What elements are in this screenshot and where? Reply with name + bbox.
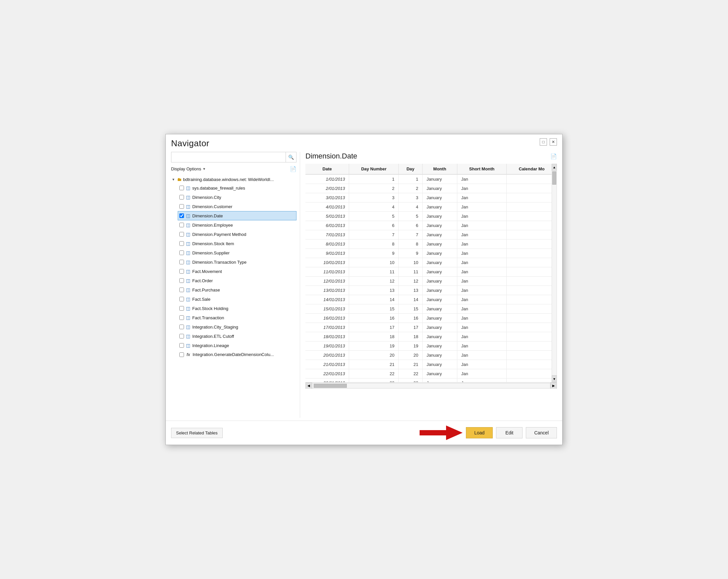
table-cell [506, 258, 557, 267]
table-cell: 10 [398, 258, 422, 267]
tree-root-label: bdtraining.database.windows.net: WideWor… [183, 177, 274, 182]
checkbox-dim-date[interactable] [179, 213, 184, 218]
tree-item-int-etl[interactable]: ◫ Integration.ETL Cutoff [178, 332, 296, 341]
tree-root[interactable]: ▼ 🖿 bdtraining.database.windows.net: Wid… [171, 175, 296, 183]
horizontal-scrollbar[interactable]: ◀ ▶ [306, 382, 557, 389]
checkbox-dim-employee[interactable] [179, 223, 184, 227]
tree-container: ▼ 🖿 bdtraining.database.windows.net: Wid… [171, 175, 296, 418]
checkbox-int-etl[interactable] [179, 334, 184, 339]
tree-item-dim-transaction[interactable]: ◫ Dimension.Transaction Type [178, 257, 296, 267]
table-cell: 14/01/2013 [306, 295, 349, 305]
tree-item-fact-sale[interactable]: ◫ Fact.Sale [178, 294, 296, 304]
tree-item-dim-employee[interactable]: ◫ Dimension.Employee [178, 220, 296, 230]
select-related-tables-button[interactable]: Select Related Tables [171, 428, 223, 438]
function-icon: fx [186, 352, 190, 357]
bottom-bar: Select Related Tables Load Edit Cancel [166, 421, 562, 445]
table-cell: 17 [398, 323, 422, 332]
table-cell: January [422, 240, 457, 249]
tree-item-dim-stock[interactable]: ◫ Dimension.Stock Item [178, 239, 296, 248]
checkbox-int-city[interactable] [179, 324, 184, 329]
checkbox-fact-purchase[interactable] [179, 288, 184, 292]
table-row: 20/01/20132020JanuaryJan [306, 351, 557, 360]
table-cell: 20 [349, 351, 399, 360]
tree-item-fact-transaction[interactable]: ◫ Fact.Transaction [178, 313, 296, 322]
table-row: 22/01/20132222JanuaryJan [306, 369, 557, 378]
checkbox-fact-stock[interactable] [179, 306, 184, 311]
tree-item-int-lineage[interactable]: ◫ Integration.Lineage [178, 341, 296, 350]
table-cell: 9/01/2013 [306, 249, 349, 258]
table-cell [506, 314, 557, 323]
scroll-down-button[interactable]: ▼ [552, 375, 557, 382]
checkbox-dim-stock[interactable] [179, 241, 184, 246]
scroll-left-button[interactable]: ◀ [306, 383, 312, 389]
display-options-button[interactable]: Display Options ▼ [171, 166, 206, 172]
checkbox-dim-transaction[interactable] [179, 260, 184, 264]
tree-item-dim-date[interactable]: ◫ Dimension.Date [178, 211, 296, 220]
checkbox-fact-transaction[interactable] [179, 315, 184, 320]
tree-item-fact-purchase[interactable]: ◫ Fact.Purchase [178, 285, 296, 294]
scroll-thumb-y[interactable] [552, 172, 556, 185]
tree-item-int-city[interactable]: ◫ Integration.City_Staging [178, 322, 296, 332]
scroll-thumb-x[interactable] [314, 384, 347, 388]
table-cell: Jan [457, 351, 506, 360]
table-cell: 18 [349, 332, 399, 341]
table-cell: January [422, 193, 457, 203]
header-row: Date Day Number Day Month Short Month Ca… [306, 164, 557, 174]
scroll-track-y[interactable] [552, 170, 557, 375]
minimize-button[interactable]: □ [540, 138, 547, 146]
checkbox-fact-sale[interactable] [179, 297, 184, 301]
tree-item-fact-order[interactable]: ◫ Fact.Order [178, 276, 296, 285]
load-button[interactable]: Load [466, 427, 493, 438]
tree-item-dim-city[interactable]: ◫ Dimension.City [178, 192, 296, 202]
scroll-up-button[interactable]: ▲ [552, 164, 557, 170]
preview-icon-button[interactable]: 📄 [550, 153, 557, 159]
table-icon: ◫ [186, 185, 190, 190]
checkbox-dim-customer[interactable] [179, 204, 184, 209]
table-cell [506, 212, 557, 221]
tree-item-label: Dimension.Payment Method [192, 232, 246, 237]
settings-icon-button[interactable]: 📄 [290, 166, 296, 172]
right-panel: Dimension.Date 📄 Date Day Number Day Mon… [300, 152, 557, 418]
table-cell: January [422, 286, 457, 295]
tree-item-dim-payment[interactable]: ◫ Dimension.Payment Method [178, 230, 296, 239]
scroll-track-x[interactable] [312, 383, 550, 389]
vertical-scrollbar[interactable]: ▲ ▼ [552, 164, 557, 382]
table-row: 4/01/201344JanuaryJan [306, 203, 557, 212]
checkbox-fact-movement[interactable] [179, 269, 184, 273]
tree-item-fact-stock[interactable]: ◫ Fact.Stock Holding [178, 304, 296, 313]
checkbox-sys-firewall[interactable] [179, 186, 184, 190]
table-row: 2/01/201322JanuaryJan [306, 184, 557, 193]
tree-item-sys-firewall[interactable]: ◫ sys.database_firewall_rules [178, 183, 296, 192]
checkbox-int-lineage[interactable] [179, 343, 184, 348]
close-button[interactable]: ✕ [550, 138, 557, 146]
tree-item-fact-movement[interactable]: ◫ Fact.Movement [178, 267, 296, 276]
table-cell: January [422, 221, 457, 230]
table-cell: 9 [398, 249, 422, 258]
table-cell: 4/01/2013 [306, 203, 349, 212]
table-row: 17/01/20131717JanuaryJan [306, 323, 557, 332]
checkbox-fact-order[interactable] [179, 278, 184, 283]
search-input[interactable] [172, 154, 286, 161]
table-row: 12/01/20131212JanuaryJan [306, 277, 557, 286]
search-button[interactable]: 🔍 [286, 152, 296, 162]
cancel-button[interactable]: Cancel [526, 427, 557, 438]
table-cell: 20 [398, 351, 422, 360]
tree-item-dim-customer[interactable]: ◫ Dimension.Customer [178, 202, 296, 211]
tree-item-label: Fact.Transaction [192, 315, 224, 320]
table-cell [506, 230, 557, 240]
checkbox-dim-supplier[interactable] [179, 251, 184, 255]
col-date: Date [306, 164, 349, 174]
checkbox-int-generate[interactable] [179, 352, 184, 357]
table-cell: 18/01/2013 [306, 332, 349, 341]
tree-item-int-generate[interactable]: fx Integration.GenerateDateDimensionColu… [178, 350, 296, 359]
tree-item-dim-supplier[interactable]: ◫ Dimension.Supplier [178, 248, 296, 257]
checkbox-dim-city[interactable] [179, 195, 184, 200]
edit-button[interactable]: Edit [496, 427, 522, 438]
table-cell: 1/01/2013 [306, 174, 349, 184]
tree-item-label: Integration.Lineage [192, 343, 229, 348]
table-cell: Jan [457, 203, 506, 212]
scroll-right-button[interactable]: ▶ [550, 383, 557, 389]
table-body: 1/01/201311JanuaryJan2/01/201322JanuaryJ… [306, 174, 557, 382]
checkbox-dim-payment[interactable] [179, 232, 184, 237]
table-cell: January [422, 174, 457, 184]
